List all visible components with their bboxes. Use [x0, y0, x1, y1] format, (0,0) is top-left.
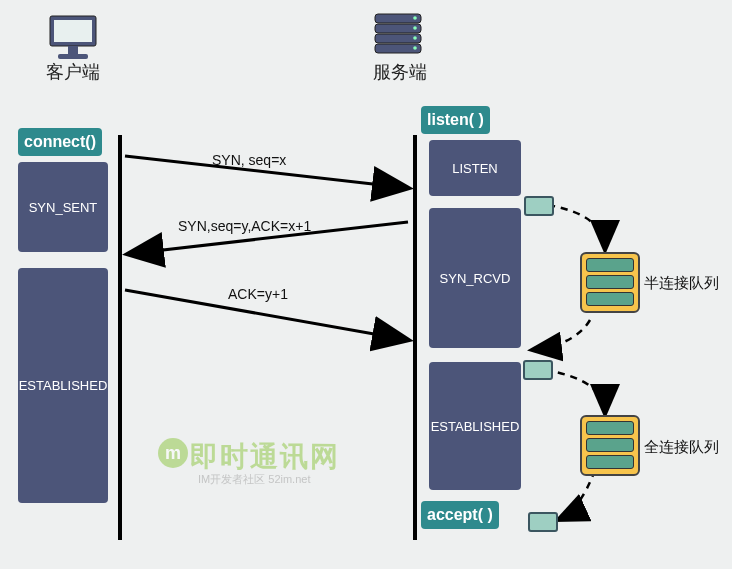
- svg-point-8: [413, 16, 417, 20]
- msg-syn: SYN, seq=x: [212, 152, 286, 168]
- state-syn-sent: SYN_SENT: [18, 162, 108, 252]
- listen-func: listen( ): [421, 106, 490, 134]
- state-syn-rcvd: SYN_RCVD: [429, 208, 521, 348]
- svg-point-9: [413, 26, 417, 30]
- svg-point-11: [413, 46, 417, 50]
- tcp-handshake-diagram: { "headers":{"client":"客户端","server":"服务…: [0, 0, 732, 569]
- half-open-queue: [580, 252, 640, 313]
- svg-rect-1: [54, 20, 92, 42]
- accept-func: accept( ): [421, 501, 499, 529]
- accept-token: [528, 512, 558, 532]
- svg-point-10: [413, 36, 417, 40]
- server-header: 服务端: [365, 60, 435, 84]
- state-server-established: ESTABLISHED: [429, 362, 521, 490]
- state-client-established: ESTABLISHED: [18, 268, 108, 503]
- full-conn-queue: [580, 415, 640, 476]
- full-queue-label: 全连接队列: [644, 438, 719, 457]
- state-listen: LISTEN: [429, 140, 521, 196]
- full-queue-token: [523, 360, 553, 380]
- svg-rect-3: [58, 54, 88, 59]
- client-header: 客户端: [38, 60, 108, 84]
- svg-rect-2: [68, 46, 78, 54]
- watermark-sub: IM开发者社区 52im.net: [198, 472, 310, 487]
- watermark-logo-icon: m: [158, 438, 188, 468]
- half-queue-label: 半连接队列: [644, 274, 719, 293]
- connect-func: connect(): [18, 128, 102, 156]
- msg-synack: SYN,seq=y,ACK=x+1: [178, 218, 311, 234]
- watermark-main: 即时通讯网: [190, 438, 340, 476]
- msg-ack: ACK=y+1: [228, 286, 288, 302]
- half-queue-token: [524, 196, 554, 216]
